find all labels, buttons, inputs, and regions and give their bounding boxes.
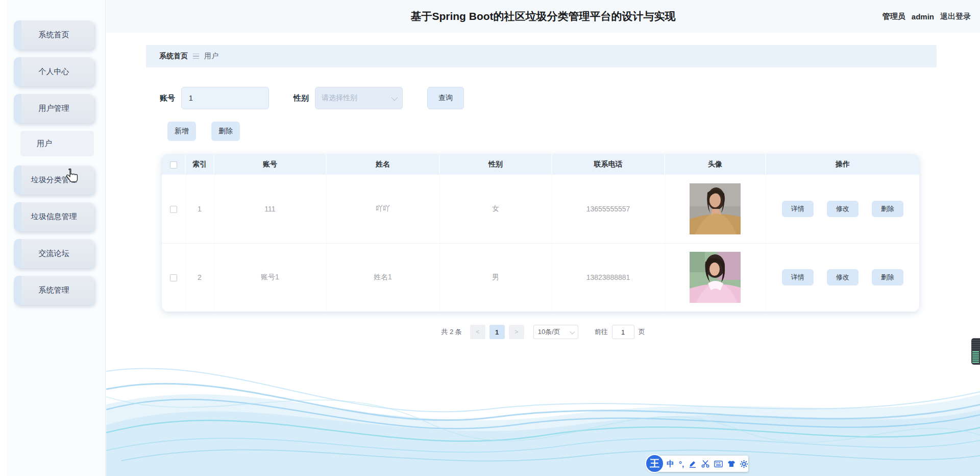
row-checkbox[interactable]	[170, 274, 177, 281]
edit-button[interactable]: 修改	[827, 269, 859, 285]
chevron-down-icon	[391, 94, 398, 101]
column-header-actions: 操作	[766, 154, 919, 175]
column-header-gender: 性别	[439, 154, 552, 175]
row-actions: 详情 修改 删除	[766, 269, 920, 285]
gender-select-placeholder: 请选择性别	[322, 93, 357, 103]
detail-button[interactable]: 详情	[782, 201, 814, 217]
cell-account: 111	[214, 175, 326, 243]
goto-page: 前往 页	[595, 325, 645, 339]
delete-button[interactable]: 删除	[211, 122, 240, 141]
sidebar-subitem-user[interactable]: 用户	[20, 131, 94, 156]
ime-toolbar: 王 中 °,	[646, 456, 748, 472]
row-delete-button[interactable]: 删除	[872, 201, 903, 217]
current-page-button[interactable]: 1	[489, 325, 505, 339]
sidebar-item-garbage-info[interactable]: 垃圾信息管理	[14, 202, 94, 231]
cell-phone: 13655555557	[552, 175, 665, 243]
sidebar-item-profile[interactable]: 个人中心	[14, 57, 94, 86]
goto-page-input[interactable]	[612, 325, 634, 339]
gender-label: 性别	[293, 93, 309, 103]
user-table: 索引 账号 姓名 性别 联系电话 头像 操作 1 111 吖吖 女 136555…	[162, 154, 919, 312]
sidebar: 系统首页 个人中心 用户管理 用户 垃圾分类管理 垃圾信息管理 交流论坛 系统管…	[0, 0, 106, 476]
sidebar-item-user-management[interactable]: 用户管理	[14, 94, 94, 123]
column-header-phone: 联系电话	[552, 154, 665, 175]
column-header-name: 姓名	[326, 154, 439, 175]
cell-name: 吖吖	[326, 175, 439, 243]
pagination-total: 共 2 条	[441, 327, 461, 337]
query-button[interactable]: 查询	[427, 87, 464, 109]
breadcrumb-current: 用户	[204, 52, 218, 61]
cell-index: 1	[185, 175, 214, 243]
page-title: 基于Spring Boot的社区垃圾分类管理平台的设计与实现	[106, 0, 980, 33]
breadcrumb-separator-icon	[193, 54, 199, 59]
sidebar-item-forum[interactable]: 交流论坛	[14, 239, 94, 268]
prev-page-button[interactable]: <	[470, 325, 485, 339]
gender-select[interactable]: 请选择性别	[315, 87, 403, 109]
skin-icon[interactable]	[727, 460, 736, 467]
sidebar-item-label: 个人中心	[39, 67, 69, 77]
row-delete-button[interactable]: 删除	[872, 269, 903, 285]
goto-suffix: 页	[639, 327, 645, 337]
username-label: admin	[912, 12, 934, 21]
cell-gender: 女	[439, 175, 552, 243]
cell-name: 姓名1	[326, 243, 439, 312]
edit-button[interactable]: 修改	[827, 201, 859, 217]
table-header-row: 索引 账号 姓名 性别 联系电话 头像 操作	[162, 154, 919, 175]
ime-logo-icon[interactable]: 王	[645, 454, 664, 473]
cell-gender: 男	[439, 243, 552, 312]
page-size-select[interactable]: 10条/页	[533, 325, 578, 339]
avatar	[690, 183, 741, 234]
goto-label: 前往	[595, 327, 608, 337]
column-header-avatar: 头像	[665, 154, 766, 175]
sidebar-item-garbage-classification[interactable]: 垃圾分类管理	[14, 165, 94, 195]
table-row: 2 账号1 姓名1 男 13823888881	[162, 243, 919, 312]
column-header-index: 索引	[185, 154, 214, 175]
user-box: 管理员 admin 退出登录	[883, 0, 971, 33]
table-row: 1 111 吖吖 女 13655555557	[162, 175, 919, 243]
cell-account: 账号1	[214, 243, 326, 312]
account-label: 账号	[160, 93, 175, 103]
page-size-value: 10条/页	[538, 327, 560, 337]
sidebar-item-label: 交流论坛	[39, 249, 69, 258]
account-input[interactable]	[181, 87, 269, 109]
handwriting-icon[interactable]	[689, 460, 697, 468]
column-header-account: 账号	[214, 154, 326, 175]
header: 基于Spring Boot的社区垃圾分类管理平台的设计与实现 管理员 admin…	[106, 0, 980, 33]
avatar	[690, 252, 741, 303]
table-toolbar: 新增 删除	[167, 122, 980, 141]
sidebar-item-label: 系统首页	[39, 30, 69, 40]
sidebar-item-label: 垃圾分类管理	[31, 175, 77, 185]
sidebar-item-label: 用户	[37, 139, 52, 149]
user-role-label: 管理员	[883, 12, 905, 21]
chinese-mode-icon[interactable]: 中	[667, 459, 674, 469]
filter-row: 账号 性别 请选择性别 查询	[160, 87, 980, 109]
breadcrumb-home[interactable]: 系统首页	[159, 52, 188, 61]
scissors-icon[interactable]	[701, 460, 709, 468]
keyboard-icon[interactable]	[714, 461, 723, 467]
sidebar-item-system[interactable]: 系统管理	[14, 276, 94, 305]
next-page-button[interactable]: >	[509, 325, 524, 339]
pagination: 共 2 条 < 1 > 10条/页 前往 页	[106, 325, 980, 339]
logout-link[interactable]: 退出登录	[940, 12, 971, 21]
screen-recorder-widget[interactable]	[971, 338, 980, 365]
row-checkbox[interactable]	[170, 206, 177, 213]
cell-index: 2	[185, 243, 214, 312]
select-all-checkbox[interactable]	[170, 161, 177, 169]
punctuation-icon[interactable]: °,	[679, 460, 684, 468]
add-button[interactable]: 新增	[167, 122, 196, 141]
row-actions: 详情 修改 删除	[766, 201, 920, 217]
sidebar-item-label: 系统管理	[39, 285, 69, 295]
user-table-card: 索引 账号 姓名 性别 联系电话 头像 操作 1 111 吖吖 女 136555…	[162, 154, 919, 312]
settings-icon[interactable]	[740, 460, 748, 468]
main-content: 系统首页 用户 账号 性别 请选择性别 查询 新增 删除 索引 账号 姓名	[106, 33, 980, 476]
cell-phone: 13823888881	[552, 243, 665, 312]
chevron-down-icon	[570, 329, 575, 334]
sidebar-item-label: 用户管理	[39, 104, 69, 113]
detail-button[interactable]: 详情	[782, 269, 814, 285]
sidebar-item-home[interactable]: 系统首页	[14, 20, 94, 50]
breadcrumb: 系统首页 用户	[146, 45, 937, 67]
sidebar-item-label: 垃圾信息管理	[31, 212, 77, 222]
